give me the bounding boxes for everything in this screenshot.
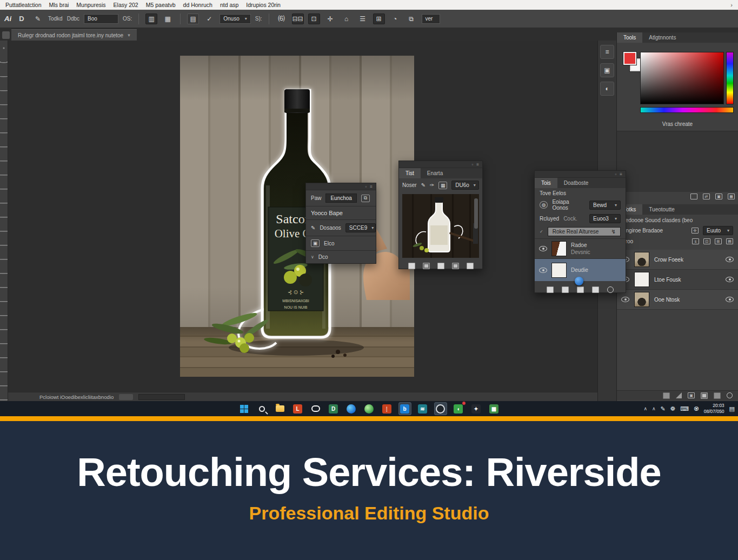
panel-action-button[interactable] <box>547 286 554 293</box>
color-picker-field[interactable] <box>640 52 724 104</box>
collapse-icon[interactable]: ▫ <box>365 184 367 189</box>
new-layer-icon[interactable]: ⧉ <box>361 195 370 202</box>
menu-item[interactable]: dd Honruch <box>183 2 212 8</box>
layer-thumbnail[interactable] <box>551 263 567 278</box>
edge-browser-icon[interactable] <box>345 402 358 415</box>
expand-caret-icon[interactable]: ∨ <box>311 255 314 259</box>
menu-icon[interactable]: ≡ <box>476 162 479 167</box>
search-icon[interactable] <box>256 402 269 415</box>
dialog-icon[interactable]: ▤ <box>187 14 199 24</box>
mini-layer-row-selected[interactable]: Deudie <box>535 258 626 281</box>
layer-thumbnail[interactable] <box>634 252 649 267</box>
view-select[interactable]: DU6o▾ <box>451 181 479 190</box>
menu-item[interactable]: Puttatleatction <box>5 2 42 8</box>
layer-row[interactable]: Ltoe Fousk <box>617 270 738 290</box>
collapse-icon[interactable]: ▫ <box>471 162 473 167</box>
lock-all-icon[interactable]: s <box>692 238 699 244</box>
mini-layer-row[interactable]: Radoe Devsnic <box>535 238 626 258</box>
layer-thumbnail[interactable] <box>634 272 649 287</box>
fx-icon[interactable] <box>676 392 682 398</box>
row-label[interactable]: Elco <box>324 241 334 246</box>
preview-mode-button[interactable] <box>467 263 474 269</box>
tab-tools[interactable]: Tools <box>617 32 642 43</box>
menu-item[interactable]: Idrupios 20rin <box>246 2 281 8</box>
layer-row[interactable]: Crow Foeek <box>617 250 738 270</box>
grid-icon[interactable]: ▦ <box>162 14 174 24</box>
image-panel-icon[interactable]: ▣ <box>600 63 614 77</box>
panel-toggle-icon[interactable]: ▥ <box>145 14 157 24</box>
tool-preset-icon[interactable]: D <box>16 14 28 24</box>
document-tab[interactable]: Rulegr drodnad rodon jtaiml tore.iny nut… <box>11 29 137 41</box>
preview-image[interactable] <box>402 194 479 258</box>
layers-collapse-icon[interactable]: ≡ <box>600 45 614 59</box>
window-chevron-icon[interactable]: › <box>730 2 733 8</box>
tab-active[interactable]: Tist <box>399 168 421 178</box>
presentation-app-icon[interactable]: L <box>291 402 304 415</box>
orange-app-icon[interactable]: ⋮ <box>381 402 394 415</box>
preview-mode-button[interactable] <box>452 263 459 269</box>
tray-chevron-icon[interactable]: ∧ <box>652 406 656 411</box>
option-input[interactable]: Boo <box>84 14 118 24</box>
tab-active[interactable]: Tois <box>535 178 557 188</box>
photo-editor-icon[interactable]: b <box>398 402 411 415</box>
name-input[interactable]: Eunchoa <box>325 194 356 203</box>
tiles-app-icon[interactable]: ▦ <box>488 402 501 415</box>
tray-chevron-icon[interactable]: ∧ <box>643 406 647 411</box>
foreground-color-swatch[interactable] <box>623 52 636 65</box>
lock-position-icon[interactable]: ⊞ <box>715 238 722 244</box>
tab-inactive[interactable]: Enarta <box>421 168 449 178</box>
panel-action-button[interactable] <box>562 286 569 293</box>
filter-icon[interactable] <box>690 194 697 199</box>
active-tool-icon[interactable]: Ai <box>4 15 11 23</box>
grid-view-icon[interactable]: ▦ <box>728 194 735 199</box>
lasso-icon[interactable]: ✑ <box>430 182 434 188</box>
visibility-eye-icon[interactable] <box>539 268 547 273</box>
foot-label[interactable]: Dco <box>318 254 328 260</box>
thumb-icon[interactable]: ▣ <box>715 194 722 199</box>
link-eye-icon[interactable] <box>726 297 734 302</box>
brush-select[interactable]: SCCE9▾ <box>345 223 376 232</box>
menu-icon[interactable]: ≡ <box>620 172 622 177</box>
panel-titlebar[interactable]: ▫ ≡ <box>306 183 376 190</box>
menu-item[interactable]: Mls brai <box>49 2 69 8</box>
menu-item[interactable]: ntd asp <box>220 2 238 8</box>
distribute-icon[interactable]: ⊟⊟ <box>292 14 304 24</box>
preview-mode-button[interactable] <box>423 263 430 269</box>
media-orb-icon[interactable] <box>434 402 447 415</box>
fill-icon[interactable] <box>663 392 670 399</box>
status-zoom-pill[interactable] <box>119 394 133 400</box>
panel-action-button[interactable] <box>577 286 584 293</box>
delete-circle-icon[interactable] <box>607 286 614 293</box>
menu-icon[interactable]: ≡ <box>370 184 373 189</box>
keyboard-icon[interactable]: ⊞ <box>373 14 385 24</box>
commit-check-icon[interactable]: ✓ <box>203 14 215 24</box>
panel-titlebar[interactable]: ▫ ≡ <box>399 161 482 168</box>
row1-select[interactable]: Bewd▾ <box>589 201 621 210</box>
keyboard-tray-icon[interactable]: ⌨ <box>680 405 689 412</box>
home-icon[interactable]: ⌂ <box>341 14 353 24</box>
row2-select[interactable]: Euoo3▾ <box>589 214 621 223</box>
layer-thumbnail[interactable] <box>634 292 649 307</box>
widgets-icon[interactable] <box>309 402 322 415</box>
hue-slider-horizontal[interactable] <box>640 107 734 113</box>
preview-scrollbar-thumb[interactable] <box>474 198 478 229</box>
menu-item[interactable]: Elasy 202 <box>114 2 138 8</box>
link-eye-icon[interactable] <box>726 277 734 282</box>
menu-item[interactable]: M5 paeatvb <box>146 2 176 8</box>
terminal-app-icon[interactable]: ≋ <box>416 402 429 415</box>
chat-app-icon[interactable]: ◖ <box>452 402 465 415</box>
highlight-row[interactable]: Roke Real Alturese↯ <box>548 227 621 236</box>
people-tray-icon[interactable]: ❁ <box>670 405 675 412</box>
workspace-select[interactable]: ver <box>422 14 440 24</box>
warp-icon[interactable]: ⊡ <box>308 14 320 24</box>
file-explorer-icon[interactable] <box>274 402 287 415</box>
new-layer-circle-icon[interactable] <box>727 392 733 398</box>
adjustment-icon[interactable] <box>701 392 708 399</box>
notification-center-icon[interactable]: ▤ <box>729 405 735 412</box>
gear-icon[interactable]: ✣ <box>692 228 699 234</box>
pen-tool-icon[interactable]: ✎ <box>32 14 44 24</box>
arrange-icon[interactable]: ⧉ <box>405 14 417 24</box>
document-app-icon[interactable]: D <box>327 402 340 415</box>
check-caret-icon[interactable]: ✓ <box>540 229 543 234</box>
lock-artboard-icon[interactable]: ▤ <box>726 238 733 244</box>
